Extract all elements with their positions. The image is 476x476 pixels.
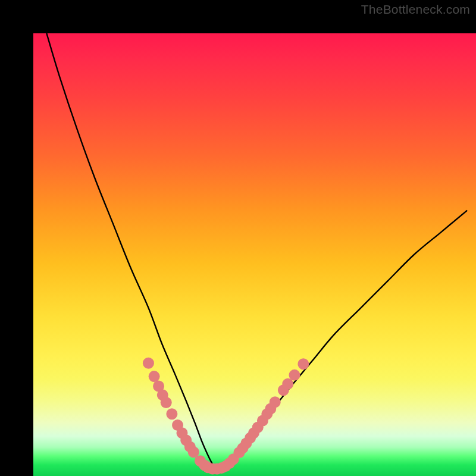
curve-marker: [270, 396, 281, 408]
curve-marker: [298, 358, 309, 369]
curve-marker: [143, 358, 154, 369]
chart-frame: [0, 0, 476, 476]
bottleneck-curve-svg: [33, 33, 476, 476]
curve-marker: [289, 369, 300, 381]
plot-area: [33, 33, 476, 476]
bottleneck-curve: [46, 33, 467, 468]
curve-marker: [161, 397, 172, 408]
curve-marker: [166, 408, 177, 419]
curve-marker: [149, 371, 160, 382]
curve-markers: [143, 358, 309, 475]
